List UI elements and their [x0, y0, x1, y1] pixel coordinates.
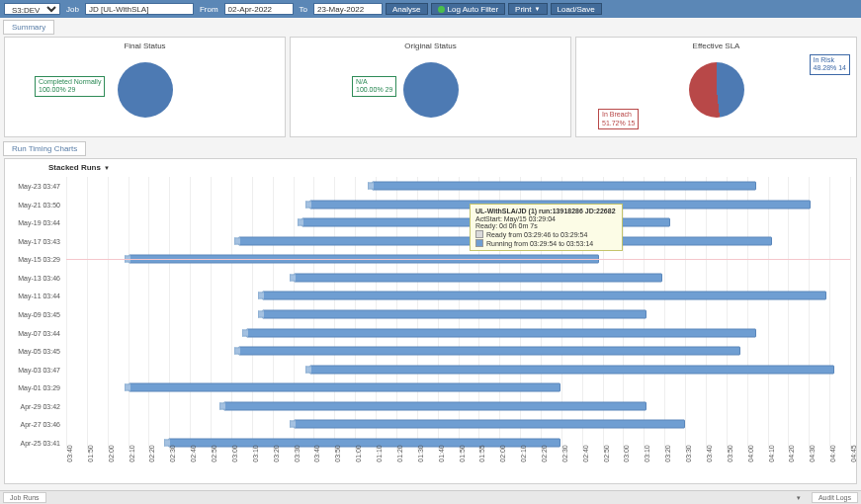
x-tick-label: 01:20 [396, 445, 403, 462]
chevron-down-icon: ▼ [535, 6, 541, 12]
x-tick-label: 01:40 [438, 445, 445, 462]
log-auto-filter-button[interactable]: Log Auto Filter [431, 3, 506, 15]
y-tick-label: May-11 03:44 [5, 293, 64, 299]
run-bar[interactable] [129, 383, 560, 392]
x-tick-label: 04:45 [850, 445, 857, 462]
bottom-tab-audit-logs[interactable]: Audit Logs [812, 492, 858, 503]
y-tick-label: May-17 03:43 [5, 237, 64, 244]
chart-title[interactable]: Stacked Runs▼ [48, 163, 110, 172]
x-tick-label: 04:20 [788, 445, 795, 462]
tooltip-title: UL-WithSLA/JD (1) run:13918286 JD:22682 [475, 208, 617, 214]
x-axis: 03:4001:5002:0002:1002:2002:3002:4002:50… [66, 450, 850, 483]
y-tick-label: May-01 03:29 [5, 384, 64, 391]
x-tick-label: 03:40 [313, 445, 320, 462]
x-tick-label: 04:30 [809, 445, 816, 462]
bottom-bar: Job Runs ▾ Audit Logs [0, 490, 861, 504]
x-tick-label: 03:20 [273, 445, 280, 462]
y-tick-label: May-23 03:47 [5, 183, 64, 190]
run-bar[interactable] [294, 273, 662, 282]
x-tick-label: 04:00 [747, 445, 754, 462]
y-tick-label: Apr-25 03:41 [5, 439, 64, 446]
x-tick-label: 02:40 [190, 445, 197, 462]
swatch-running [475, 239, 483, 247]
panel-title: Effective SLA [576, 38, 856, 54]
x-tick-label: 03:30 [294, 445, 301, 462]
x-tick-label: 03:10 [644, 445, 650, 462]
job-input[interactable] [85, 3, 194, 15]
to-label: To [297, 5, 310, 14]
stacked-runs-chart: Stacked Runs▼ May-23 03:47May-21 03:50Ma… [4, 158, 857, 484]
run-bar[interactable] [223, 401, 646, 410]
y-tick-label: May-13 03:46 [5, 274, 64, 281]
pie-label-in-risk: In Risk 48.28% 14 [810, 54, 850, 75]
run-bar[interactable] [262, 292, 826, 300]
x-tick-label: 02:10 [520, 445, 527, 462]
print-button[interactable]: Print▼ [508, 3, 547, 15]
tooltip-running-range: Running from 03:29:54 to 03:53:14 [486, 240, 593, 247]
pie-original-status[interactable] [403, 62, 459, 118]
panel-original-status: Original Status N/A 100.00% 29 [290, 37, 571, 137]
x-tick-label: 01:00 [355, 445, 362, 462]
swatch-ready [475, 230, 483, 238]
y-tick-label: May-21 03:50 [5, 201, 64, 208]
tooltip-actstart: ActStart: May/15 03:29:04 [475, 215, 617, 222]
run-bar[interactable] [238, 347, 740, 356]
x-tick-label: 03:00 [623, 445, 630, 462]
to-date-input[interactable] [313, 3, 383, 15]
y-tick-label: Apr-29 03:42 [5, 402, 64, 409]
panel-title: Final Status [5, 38, 285, 54]
x-tick-label: 03:10 [252, 445, 259, 462]
run-bar[interactable] [309, 365, 834, 374]
x-tick-label: 03:20 [664, 445, 671, 462]
panel-effective-sla: Effective SLA In Risk 48.28% 14 In Breac… [575, 37, 857, 137]
tab-summary[interactable]: Summary [3, 20, 54, 35]
from-date-input[interactable] [224, 3, 294, 15]
run-tooltip: UL-WithSLA/JD (1) run:13918286 JD:22682 … [470, 204, 623, 251]
x-tick-label: 02:30 [561, 445, 568, 462]
job-label: Job [63, 5, 82, 14]
x-tick-label: 02:00 [499, 445, 506, 462]
x-tick-label: 03:40 [706, 445, 713, 462]
x-tick-label: 01:55 [478, 445, 485, 462]
x-tick-label: 02:50 [603, 445, 610, 462]
x-tick-label: 01:10 [376, 445, 383, 462]
pie-label-final: Completed Normally 100.00% 29 [35, 76, 105, 97]
tooltip-ready-range: Ready from 03:29:46 to 03:29:54 [486, 231, 587, 238]
x-tick-label: 02:10 [129, 445, 135, 462]
from-label: From [197, 5, 221, 14]
x-tick-label: 02:00 [108, 445, 115, 462]
run-bar[interactable] [262, 310, 646, 319]
pie-final-status[interactable] [118, 62, 173, 118]
bottom-tab-job-runs[interactable]: Job Runs [3, 492, 46, 503]
env-select[interactable]: S3:DEV [4, 3, 60, 15]
x-tick-label: 01:50 [459, 445, 466, 462]
pie-effective-sla[interactable] [689, 62, 744, 118]
x-tick-label: 02:40 [582, 445, 589, 462]
x-tick-label: 02:30 [169, 445, 176, 462]
x-tick-label: 03:40 [66, 445, 73, 462]
y-tick-label: May-05 03:45 [5, 348, 64, 355]
tooltip-ready-duration: Ready: 0d 0h 0m 7s [475, 222, 617, 229]
y-tick-label: May-09 03:45 [5, 311, 64, 318]
load-save-button[interactable]: Load/Save [551, 3, 602, 15]
pie-label-original: N/A 100.00% 29 [352, 76, 396, 97]
x-tick-label: 02:20 [148, 445, 155, 462]
y-tick-label: May-15 03:29 [5, 256, 64, 263]
run-bar[interactable] [294, 420, 686, 429]
pie-panels: Final Status Completed Normally 100.00% … [0, 37, 861, 137]
analyse-button[interactable]: Analyse [386, 3, 427, 15]
tab-run-timing-charts[interactable]: Run Timing Charts [3, 141, 86, 156]
run-bar[interactable] [372, 182, 756, 191]
x-tick-label: 04:40 [829, 445, 836, 462]
x-tick-label: 04:10 [768, 445, 775, 462]
summary-tabrow: Summary [3, 20, 861, 35]
chevron-down-icon: ▼ [104, 165, 110, 171]
splitter-icon[interactable]: ▾ [789, 494, 809, 502]
gantt-plot[interactable]: May-23 03:47May-21 03:50May-19 03:44May-… [5, 177, 856, 450]
panel-final-status: Final Status Completed Normally 100.00% … [4, 37, 286, 137]
run-bar[interactable] [246, 328, 755, 337]
y-tick-label: May-03 03:47 [5, 366, 64, 373]
highlight-line [66, 259, 850, 260]
x-tick-label: 03:00 [231, 445, 238, 462]
y-tick-label: May-19 03:44 [5, 219, 64, 226]
